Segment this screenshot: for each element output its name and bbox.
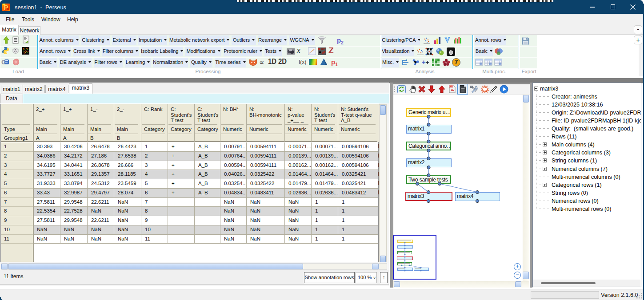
svg-text:PDF: PDF [449,85,453,87]
